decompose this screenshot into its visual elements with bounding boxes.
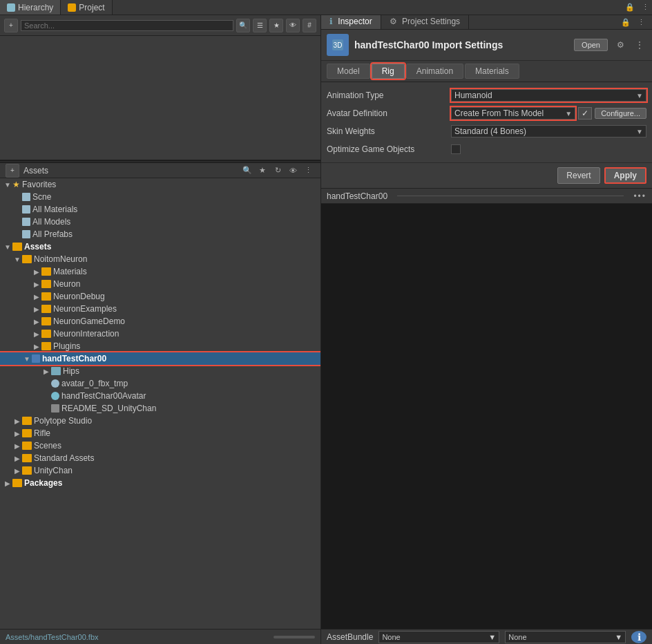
apply-button[interactable]: Apply (604, 167, 646, 184)
neuron-examples-item[interactable]: ▶ NeuronExamples (0, 303, 320, 315)
favorites-all-materials[interactable]: All Materials (0, 203, 320, 216)
revert-button[interactable]: Revert (557, 167, 600, 184)
avatar-fbx-item[interactable]: ▶ avatar_0_fbx_tmp (0, 377, 320, 390)
search-icon-2[interactable]: 🔍 (240, 164, 254, 178)
materials-item[interactable]: ▶ Materials (0, 265, 320, 278)
neuron-debug-item[interactable]: ▶ NeuronDebug (0, 290, 320, 303)
hand-test-char-item[interactable]: ▼ handTestChar00 (0, 352, 320, 365)
add-btn[interactable]: + (4, 19, 18, 32)
hierarchy-tab[interactable]: Hierarchy (0, 0, 61, 15)
hand-test-avatar-item[interactable]: ▶ handTestChar00Avatar (0, 390, 320, 402)
neuron-interaction-label: NeuronInteraction (53, 329, 119, 339)
assets-header: + Assets 🔍 ★ ↻ 👁 ⋮ (0, 163, 320, 178)
all-materials-label: All Materials (32, 205, 77, 214)
avatar-definition-dropdown[interactable]: Create From This Model ▼ (451, 107, 575, 120)
eye-icon-2[interactable]: 👁 (286, 164, 300, 178)
animation-tab[interactable]: Animation (406, 64, 463, 79)
skin-weights-dropdown[interactable]: Standard (4 Bones) ▼ (451, 125, 646, 138)
preview-more-icon[interactable]: ••• (633, 191, 646, 201)
inspector-tab[interactable]: ℹ Inspector (321, 15, 381, 29)
filter-icon[interactable]: ☰ (253, 19, 267, 32)
dots-icon[interactable]: ⋮ (638, 1, 652, 15)
favorites-star: ★ (12, 180, 20, 189)
hand-test-avatar-icon (51, 392, 59, 400)
favorites-all-models[interactable]: All Models (0, 216, 320, 228)
project-settings-icon: ⚙ (390, 17, 397, 26)
bottom-buttons: Revert Apply (321, 162, 652, 188)
more-icon[interactable]: ⋮ (633, 38, 646, 52)
search-bar: + 🔍 ☰ ★ 👁 # (0, 15, 320, 36)
neuron-item[interactable]: ▶ Neuron (0, 278, 320, 290)
favorites-all-prefabs[interactable]: All Prefabs (0, 228, 320, 240)
gear-icon[interactable]: ⚙ (613, 38, 627, 52)
noitom-neuron-item[interactable]: ▼ NoitomNeuron (0, 253, 320, 265)
plugins-label: Plugins (53, 341, 80, 351)
asset-bundle-select-2[interactable]: None ▼ (505, 631, 626, 643)
assets-arrow: ▼ (3, 243, 12, 251)
materials-tab[interactable]: Materials (465, 64, 519, 79)
model-icon: 3D (327, 34, 349, 56)
assets-root[interactable]: ▼ Assets (0, 240, 320, 253)
model-tab[interactable]: Model (327, 64, 370, 79)
favorites-label: Favorites (22, 180, 56, 189)
asset-bundle-value-1: None (382, 633, 400, 641)
scenes-item[interactable]: ▶ Scenes (0, 439, 320, 452)
animation-type-value-wrapper: Humanoid ▼ (451, 89, 646, 102)
packages-root[interactable]: ▶ Packages (0, 477, 320, 489)
standard-assets-item[interactable]: ▶ Standard Assets (0, 452, 320, 464)
asset-bundle-arrow-1: ▼ (488, 633, 496, 641)
unity-chan-arrow: ▶ (12, 467, 22, 475)
neuron-label: Neuron (53, 279, 80, 289)
zoom-slider[interactable] (274, 636, 315, 638)
lock-icon[interactable]: 🔒 (623, 1, 637, 15)
standard-assets-arrow: ▶ (12, 455, 22, 462)
inspector-tab-icon: ℹ (329, 17, 333, 26)
plugins-item[interactable]: ▶ Plugins (0, 340, 320, 352)
materials-tab-label: Materials (475, 66, 509, 76)
top-icons: 🔒 ⋮ (623, 0, 652, 15)
asset-bundle-select-1[interactable]: None ▼ (378, 631, 499, 643)
neuron-game-demo-folder-icon (41, 317, 51, 325)
neuron-interaction-item[interactable]: ▶ NeuronInteraction (0, 328, 320, 340)
neuron-game-demo-item[interactable]: ▶ NeuronGameDemo (0, 315, 320, 328)
hips-item[interactable]: ▶ Hips (0, 365, 320, 377)
skin-weights-selected: Standard (4 Bones) (454, 126, 526, 136)
eye-icon[interactable]: 👁 (286, 19, 300, 32)
layers-icon[interactable]: # (303, 19, 316, 32)
optimize-checkbox[interactable]: ✓ (451, 144, 461, 154)
project-tab[interactable]: Project (61, 0, 112, 15)
preview-section: handTestChar00 ••• (321, 188, 652, 629)
favorites-scne[interactable]: Scne (0, 191, 320, 203)
star-icon-2[interactable]: ★ (256, 164, 269, 178)
noitom-label: NoitomNeuron (34, 254, 87, 264)
assets-folder-icon (12, 243, 22, 251)
assets-add-btn[interactable]: + (6, 164, 19, 178)
rifle-item[interactable]: ▶ Rifle (0, 427, 320, 439)
rig-tab[interactable]: Rig (372, 64, 405, 79)
left-panel: + 🔍 ☰ ★ 👁 # + Assets 🔍 ★ ↻ 👁 ⋮ (0, 15, 321, 644)
project-settings-tab[interactable]: ⚙ Project Settings (381, 15, 469, 29)
search-input[interactable] (21, 20, 233, 31)
search-icon[interactable]: 🔍 (236, 19, 250, 32)
inspector-more-icon[interactable]: ⋮ (634, 15, 648, 29)
inspector-lock-icon[interactable]: 🔒 (619, 15, 633, 29)
preview-canvas (321, 204, 652, 629)
animation-type-dropdown[interactable]: Humanoid ▼ (451, 89, 646, 102)
polytope-item[interactable]: ▶ Polytope Studio (0, 415, 320, 427)
scne-label: Scne (32, 192, 51, 202)
dots-icon-2[interactable]: ⋮ (301, 164, 315, 178)
info-icon[interactable]: ℹ (631, 631, 646, 643)
unity-chan-item[interactable]: ▶ UnityChan (0, 464, 320, 477)
configure-button[interactable]: Configure... (595, 108, 646, 119)
readme-item[interactable]: ▶ README_SD_UnityChan (0, 402, 320, 415)
inspector-panel: ℹ Inspector ⚙ Project Settings 🔒 ⋮ 3D ha… (321, 15, 652, 644)
open-button[interactable]: Open (574, 39, 608, 51)
scenes-arrow: ▶ (12, 442, 22, 450)
checkmark-icon[interactable]: ✓ (578, 107, 592, 120)
neuron-interaction-arrow: ▶ (32, 330, 41, 338)
neuron-debug-arrow: ▶ (32, 293, 41, 301)
favorites-root[interactable]: ▼ ★ Favorites (0, 178, 320, 191)
main-layout: + 🔍 ☰ ★ 👁 # + Assets 🔍 ★ ↻ 👁 ⋮ (0, 15, 652, 644)
refresh-icon[interactable]: ↻ (271, 164, 285, 178)
star-icon-btn[interactable]: ★ (269, 19, 283, 32)
